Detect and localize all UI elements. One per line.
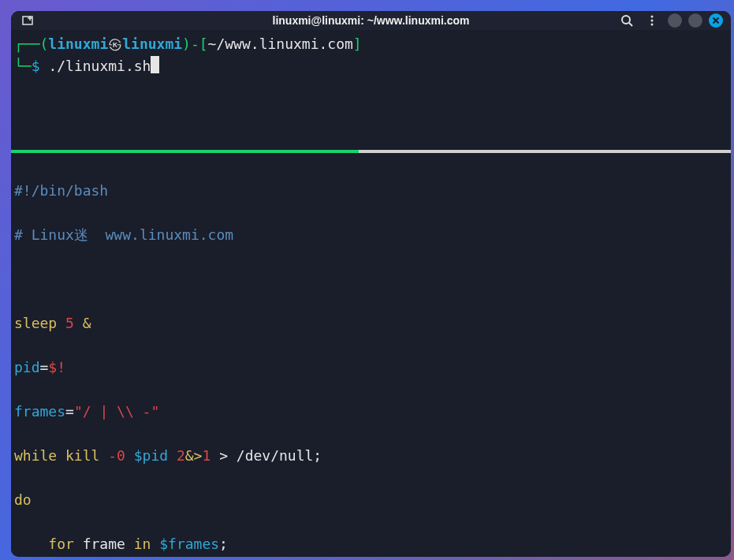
maximize-button[interactable] bbox=[688, 13, 702, 28]
prompt-line-2: └─$ ./linuxmi.sh bbox=[14, 55, 728, 77]
code-line: #!/bin/bash bbox=[14, 180, 728, 202]
prompt-line-1: ┌──(linuxmi㉿linuxmi)-[~/www.linuxmi.com] bbox=[14, 33, 728, 55]
menu-icon[interactable] bbox=[643, 11, 661, 30]
window-controls bbox=[617, 11, 723, 30]
code-line: sleep 5 & bbox=[14, 312, 728, 334]
cursor bbox=[151, 56, 159, 73]
code-line: frames="/ | \\ -" bbox=[14, 401, 728, 423]
search-icon[interactable] bbox=[617, 11, 636, 30]
svg-line-4 bbox=[629, 23, 632, 26]
terminal-window: linuxmi@linuxmi: ~/www.linuxmi.com ┌──(l… bbox=[11, 11, 731, 557]
typed-command: ./linuxmi.sh bbox=[48, 58, 151, 74]
svg-point-3 bbox=[622, 16, 630, 24]
svg-point-5 bbox=[651, 16, 654, 18]
code-line: # Linux迷 www.linuxmi.com bbox=[14, 224, 728, 246]
code-line: do bbox=[14, 489, 728, 511]
new-tab-icon[interactable] bbox=[19, 11, 38, 30]
svg-point-7 bbox=[651, 24, 654, 26]
svg-point-6 bbox=[651, 20, 654, 22]
code-line: for frame in $frames; bbox=[14, 533, 728, 555]
minimize-button[interactable] bbox=[668, 13, 682, 28]
shell-pane[interactable]: ┌──(linuxmi㉿linuxmi)-[~/www.linuxmi.com]… bbox=[11, 30, 731, 150]
code-line: while kill -0 $pid 2&>1 > /dev/null; bbox=[14, 445, 728, 467]
code-line: pid=$! bbox=[14, 357, 728, 379]
terminal-body[interactable]: ┌──(linuxmi㉿linuxmi)-[~/www.linuxmi.com]… bbox=[11, 30, 731, 557]
window-title: linuxmi@linuxmi: ~/www.linuxmi.com bbox=[272, 14, 469, 27]
editor-pane[interactable]: #!/bin/bash # Linux迷 www.linuxmi.com sle… bbox=[11, 153, 731, 557]
close-button[interactable] bbox=[709, 13, 723, 28]
titlebar: linuxmi@linuxmi: ~/www.linuxmi.com bbox=[11, 11, 731, 30]
